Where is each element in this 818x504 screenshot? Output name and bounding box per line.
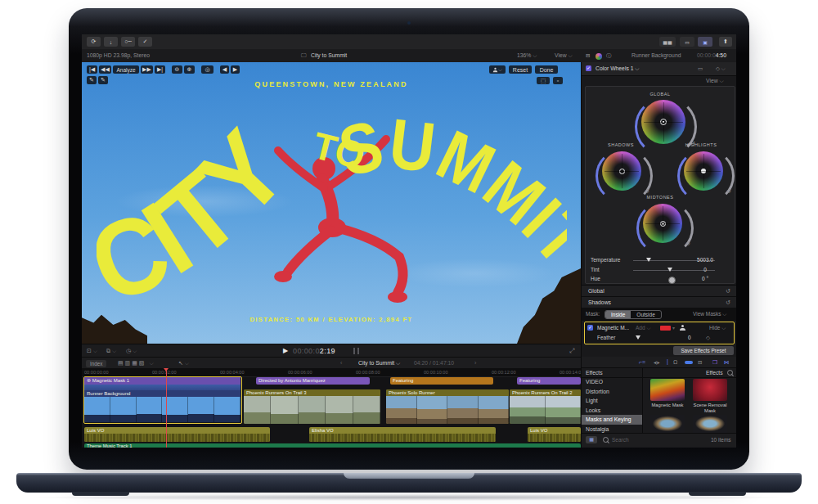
- crop-tool-button[interactable]: ⧉ ⌵: [106, 348, 116, 354]
- background-tasks-button[interactable]: ✓: [138, 37, 152, 47]
- clip-browser-icon[interactable]: ⊟: [698, 359, 702, 366]
- zoom-in-icon[interactable]: ⊕: [184, 65, 195, 74]
- play-button[interactable]: ▶: [283, 347, 288, 354]
- mask-color-swatch[interactable]: [660, 326, 671, 331]
- info-inspector-icon[interactable]: ⓘ: [606, 52, 612, 60]
- global-section-row[interactable]: Global ↺: [582, 285, 736, 297]
- category-masks-and-keying[interactable]: Masks and Keying: [582, 415, 642, 425]
- video-inspector-icon[interactable]: ⊟: [586, 52, 590, 59]
- magnetic-mask-row[interactable]: ✓ Magnetic M... Add ⌵ ▾ Hide ⌵ Feather 0…: [584, 322, 735, 344]
- video-clip-phoenix-trail-2[interactable]: Phoenix Runners On Trail 2: [510, 389, 581, 424]
- music-clip-theme-track[interactable]: Theme Music Track 1: [84, 443, 581, 448]
- feather-value[interactable]: 0: [688, 335, 691, 340]
- expand-icon[interactable]: ⤢: [569, 347, 574, 355]
- video-clip-phoenix-solo-runner[interactable]: Phoenix Solo Runner: [386, 389, 509, 424]
- keyword-editor-button[interactable]: ○┄: [121, 37, 135, 47]
- index-button[interactable]: Index: [86, 360, 106, 367]
- headphones-icon[interactable]: Ω: [673, 359, 677, 365]
- category-nostalgia[interactable]: Nostalgia: [582, 425, 642, 434]
- midtones-color-wheel[interactable]: [643, 204, 682, 243]
- wheels-view-menu[interactable]: View ⌵: [706, 78, 724, 84]
- zoom-level-menu[interactable]: 136% ⌵: [517, 52, 537, 59]
- effect-thumb-row2-2[interactable]: [693, 415, 727, 433]
- shadows-section-reset-icon[interactable]: ↺: [726, 299, 730, 306]
- keyframe-diamond-icon[interactable]: ◇ ⌵: [716, 65, 726, 72]
- runner-background-clip[interactable]: Runner Background: [84, 390, 240, 422]
- feather-slider-thumb[interactable]: [636, 335, 640, 340]
- title-clip-featuring-1[interactable]: Featuring: [390, 377, 493, 385]
- inspector-toggle[interactable]: ▣: [698, 37, 712, 47]
- transitions-browser-icon[interactable]: ⋈: [724, 359, 730, 366]
- trim-icon[interactable]: ◂|▸: [654, 359, 660, 365]
- person-menu-button[interactable]: ⌵: [489, 65, 506, 74]
- effects-browser-icon[interactable]: ❒: [712, 359, 717, 366]
- timeline-layout-toggle[interactable]: ▭: [680, 37, 694, 47]
- timeline-project-menu[interactable]: City to Summit ⌵: [358, 360, 400, 367]
- effect-row[interactable]: ✓ Color Wheels 1 ⌵ ▭ ◇ ⌵: [582, 62, 736, 76]
- step-back-button[interactable]: ◀◀: [99, 65, 111, 74]
- category-video[interactable]: VIDEO: [582, 377, 642, 387]
- category-looks[interactable]: Looks: [582, 406, 642, 416]
- go-start-button[interactable]: |◀: [87, 65, 97, 74]
- timeline-back-icon[interactable]: ‹: [340, 360, 342, 366]
- temperature-slider-thumb[interactable]: [646, 258, 651, 262]
- step-forward-button[interactable]: ▶▶: [141, 65, 153, 74]
- browser-layout-toggle[interactable]: ▦▦: [659, 37, 676, 47]
- effect-thumb-row2-1[interactable]: [650, 415, 685, 433]
- feather-keyframe-icon[interactable]: ◇: [706, 335, 710, 341]
- tint-value[interactable]: 0: [684, 267, 726, 272]
- share-button[interactable]: ⬆: [719, 37, 732, 47]
- timeline-forward-icon[interactable]: ›: [474, 360, 476, 366]
- analyze-button[interactable]: Analyze: [113, 65, 139, 74]
- prev-icon[interactable]: ◀: [220, 65, 229, 74]
- view-masks-menu[interactable]: View Masks ⌵: [693, 311, 726, 317]
- title-clip-directed-by[interactable]: Directed by Antonio Manriquez: [256, 377, 370, 385]
- highlights-wheel-puck[interactable]: [701, 169, 706, 173]
- audio-clip-luis-vo-1[interactable]: Luis VO: [84, 427, 270, 442]
- shadows-wheel-puck[interactable]: [619, 169, 625, 174]
- snapping-magnet-icon[interactable]: ⌐=: [639, 359, 645, 365]
- effects-search-icon[interactable]: [727, 370, 733, 376]
- next-icon[interactable]: ▶: [231, 65, 240, 74]
- view-menu[interactable]: View ⌵: [555, 52, 573, 59]
- category-light[interactable]: Light: [582, 396, 642, 406]
- playhead[interactable]: [166, 368, 167, 448]
- global-section-reset-icon[interactable]: ↺: [726, 288, 730, 295]
- title-clip-featuring-2[interactable]: Featuring: [517, 377, 581, 385]
- mask-rect-icon[interactable]: ▭: [698, 65, 703, 72]
- clip-appearance-icons[interactable]: ▤▥▦▧ ⌵: [118, 360, 155, 367]
- distort-tool-button[interactable]: ◷ ⌵: [126, 348, 137, 354]
- position-tool-icon[interactable]: |: [667, 358, 668, 364]
- done-button[interactable]: Done: [535, 65, 558, 74]
- highlights-reset-icon[interactable]: ↺: [726, 188, 731, 195]
- transform-tool-button[interactable]: ⊡ ⌵: [87, 348, 97, 354]
- import-media-button[interactable]: ⟳: [87, 37, 101, 47]
- shadows-color-wheel[interactable]: [602, 151, 641, 191]
- zoom-out-icon[interactable]: ⊖: [172, 65, 182, 74]
- mask-outside-option[interactable]: Outside: [631, 311, 660, 318]
- mask-inside-outside-segmented[interactable]: Inside Outside: [605, 310, 662, 319]
- audio-clip-luis-vo-2[interactable]: Luis VO: [528, 427, 581, 442]
- midtones-wheel-puck[interactable]: [660, 221, 666, 227]
- highlights-color-wheel[interactable]: [684, 151, 723, 191]
- download-button[interactable]: ↓: [104, 37, 118, 47]
- mask-hide-menu[interactable]: Hide ⌵: [709, 325, 726, 331]
- video-clip-phoenix-trail-3[interactable]: Phoenix Runners On Trail 3: [244, 389, 380, 424]
- audio-clip-elisha-vo[interactable]: Elisha VO: [309, 427, 496, 442]
- hue-value[interactable]: 0 °: [684, 276, 726, 281]
- person-mask-icon[interactable]: [680, 325, 685, 331]
- effect-enabled-checkbox[interactable]: ✓: [586, 65, 591, 71]
- midtones-reset-icon[interactable]: ↺: [685, 241, 690, 247]
- shadows-section-row[interactable]: Shadows ↺: [582, 296, 736, 308]
- skimmer-toggle-icon[interactable]: [685, 361, 693, 364]
- mask-inside-option[interactable]: Inside: [605, 311, 631, 318]
- reset-button[interactable]: Reset: [509, 65, 532, 74]
- mask-enabled-checkbox[interactable]: ✓: [587, 325, 593, 331]
- temperature-value[interactable]: 5003.0: [684, 257, 726, 263]
- color-inspector-icon[interactable]: [596, 53, 602, 60]
- swatch-chevron-icon[interactable]: ▾: [672, 325, 675, 331]
- category-distortion[interactable]: Distortion: [582, 387, 642, 397]
- global-color-wheel[interactable]: [641, 100, 685, 144]
- selected-clip-group[interactable]: ⊛ Magnetic Mask 1 Runner Background: [83, 376, 242, 424]
- mask-add-menu[interactable]: Add ⌵: [636, 325, 650, 331]
